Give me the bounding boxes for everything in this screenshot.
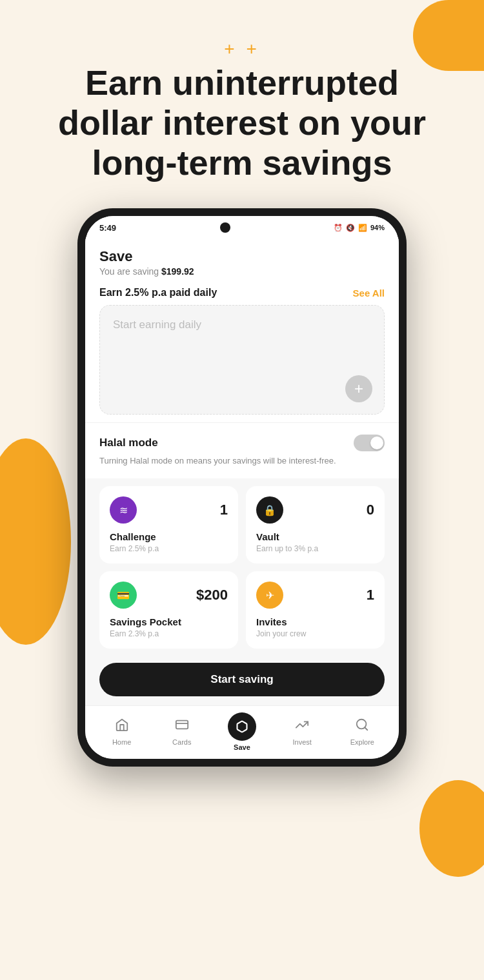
halal-description: Turning Halal mode on means your savings… <box>99 455 385 467</box>
vault-icon: 🔒 <box>256 496 283 524</box>
pocket-count: $200 <box>196 587 228 603</box>
vault-count: 0 <box>367 502 374 518</box>
page-title: Earn uninterrupted dollar interest on yo… <box>32 63 452 182</box>
pocket-name: Savings Pocket <box>110 616 228 627</box>
blob-bottom-right <box>419 780 484 877</box>
phone-screen: 5:49 ⏰ 🔇 📶 94% Save You are saving $199.… <box>85 216 399 759</box>
home-label: Home <box>112 738 131 746</box>
earn-section: Earn 2.5% p.a paid daily See All <box>85 283 399 305</box>
vault-card[interactable]: 🔒 0 Vault Earn up to 3% p.a <box>246 486 385 564</box>
invites-icon-row: ✈ 1 <box>256 582 374 609</box>
pocket-icon: 💳 <box>110 582 137 609</box>
app-content: Save You are saving $199.92 Earn 2.5% p.… <box>85 237 399 705</box>
nav-cards[interactable]: Cards <box>163 718 201 746</box>
vault-sub: Earn up to 3% p.a <box>256 544 374 553</box>
status-time: 5:49 <box>99 223 116 233</box>
see-all-button[interactable]: See All <box>353 288 385 299</box>
halal-toggle[interactable] <box>354 435 385 451</box>
status-bar: 5:49 ⏰ 🔇 📶 94% <box>85 216 399 237</box>
header-section: + + Earn uninterrupted dollar interest o… <box>0 0 484 202</box>
camera-notch <box>220 222 230 233</box>
invites-sub: Join your crew <box>256 629 374 638</box>
invites-name: Invites <box>256 616 374 627</box>
battery-label: 94% <box>370 224 385 231</box>
save-header: Save You are saving $199.92 <box>85 237 399 283</box>
challenge-icon: ≋ <box>110 496 137 524</box>
phone-frame: 5:49 ⏰ 🔇 📶 94% Save You are saving $199.… <box>77 208 407 767</box>
nav-explore[interactable]: Explore <box>343 718 381 746</box>
halal-section: Halal mode Turning Halal mode on means y… <box>85 422 399 478</box>
save-title: Save <box>99 248 385 265</box>
cards-label: Cards <box>172 738 191 746</box>
challenge-sub: Earn 2.5% p.a <box>110 544 228 553</box>
invites-icon: ✈ <box>256 582 283 609</box>
mute-icon: 🔇 <box>346 224 355 232</box>
feature-grid: ≋ 1 Challenge Earn 2.5% p.a 🔒 <box>85 478 399 656</box>
cards-icon <box>175 718 189 736</box>
start-earning-text: Start earning daily <box>113 318 201 331</box>
invites-card[interactable]: ✈ 1 Invites Join your crew <box>246 571 385 649</box>
nav-home[interactable]: Home <box>103 718 141 746</box>
start-saving-button[interactable]: Start saving <box>99 663 385 696</box>
bottom-nav: Home Cards <box>85 705 399 759</box>
challenge-icon-row: ≋ 1 <box>110 496 228 524</box>
invest-icon <box>295 718 309 736</box>
pocket-sub: Earn 2.3% p.a <box>110 629 228 638</box>
svg-line-3 <box>365 728 368 730</box>
halal-title: Halal mode <box>99 436 158 449</box>
wifi-icon: 📶 <box>358 224 367 232</box>
challenge-count: 1 <box>220 502 228 518</box>
halal-header: Halal mode <box>99 435 385 451</box>
alarm-icon: ⏰ <box>334 224 343 232</box>
savings-card-area: Start earning daily + <box>99 305 385 415</box>
save-icon-active <box>228 712 256 741</box>
plus-decorations: + + <box>32 39 452 59</box>
status-icons: ⏰ 🔇 📶 94% <box>334 224 385 232</box>
savings-pocket-card[interactable]: 💳 $200 Savings Pocket Earn 2.3% p.a <box>99 571 238 649</box>
invites-count: 1 <box>367 587 374 603</box>
save-subtitle: You are saving $199.92 <box>99 266 385 277</box>
explore-label: Explore <box>350 738 374 746</box>
challenge-card[interactable]: ≋ 1 Challenge Earn 2.5% p.a <box>99 486 238 564</box>
home-icon <box>115 718 129 736</box>
explore-icon <box>355 718 369 736</box>
phone-container: 5:49 ⏰ 🔇 📶 94% Save You are saving $199.… <box>0 208 484 767</box>
nav-save[interactable]: Save <box>223 712 261 751</box>
add-savings-button[interactable]: + <box>345 375 372 402</box>
start-saving-wrapper: Start saving <box>85 656 399 705</box>
svg-rect-0 <box>176 721 188 729</box>
vault-name: Vault <box>256 531 374 542</box>
earn-label: Earn 2.5% p.a paid daily <box>99 287 217 299</box>
pocket-icon-row: 💳 $200 <box>110 582 228 609</box>
toggle-knob <box>370 436 383 449</box>
vault-icon-row: 🔒 0 <box>256 496 374 524</box>
nav-invest[interactable]: Invest <box>283 718 321 746</box>
save-label: Save <box>234 743 250 751</box>
invest-label: Invest <box>292 738 311 746</box>
challenge-name: Challenge <box>110 531 228 542</box>
